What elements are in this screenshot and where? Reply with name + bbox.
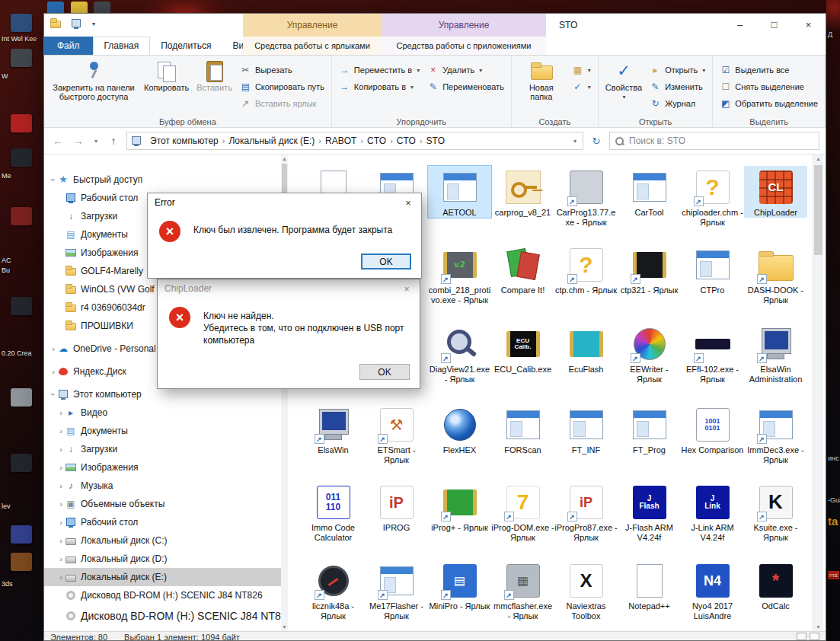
file-item[interactable]: KKsuite.exe - Ярлык bbox=[744, 481, 807, 543]
breadcrumb-segment[interactable]: Локальный диск (E:) bbox=[225, 136, 318, 146]
sidebar-item[interactable]: ›▸Видео bbox=[44, 403, 281, 422]
close-button[interactable]: × bbox=[791, 14, 826, 36]
file-item[interactable]: ▦mmcflasher.exe - Ярлык bbox=[491, 560, 554, 621]
file-item[interactable]: ?ctp.chm - Ярлык bbox=[554, 244, 618, 295]
file-item[interactable]: ⚒ETSmart - Ярлык bbox=[365, 403, 428, 465]
tab-shortcut-tools[interactable]: Средства работы с ярлыками bbox=[243, 37, 382, 55]
file-item[interactable]: *OdCalc bbox=[744, 560, 807, 611]
file-item[interactable]: FT_Prog bbox=[618, 403, 681, 455]
new-item-button[interactable]: ▦▾ bbox=[568, 62, 595, 78]
file-item[interactable] bbox=[302, 630, 365, 631]
refresh-button[interactable]: ↻ bbox=[589, 136, 604, 147]
file-item[interactable]: EEWriter - Ярлык bbox=[618, 323, 681, 384]
titlebar[interactable]: ▾ Управление Управление STO – □ × bbox=[44, 14, 826, 37]
breadcrumb-segment[interactable]: CTO bbox=[393, 136, 420, 146]
file-item[interactable]: DASH-DOOK - Ярлык bbox=[744, 244, 807, 305]
chevron-right-icon[interactable]: › bbox=[56, 536, 65, 545]
sidebar-item[interactable]: Дисковод BD-ROM (H:) SCENIC J84 NT826 bbox=[44, 604, 281, 627]
file-item[interactable]: FT_INF bbox=[554, 403, 618, 455]
copy-to-button[interactable]: →Копировать в▾ bbox=[335, 78, 423, 95]
up-button[interactable]: ↑ bbox=[106, 135, 121, 147]
desktop-icon[interactable] bbox=[11, 207, 32, 225]
file-item[interactable]: DiagView21.exe - Ярлык bbox=[428, 323, 491, 384]
scroll-up-icon[interactable]: ▲ bbox=[281, 155, 288, 163]
chiploader-dialog-close-icon[interactable]: × bbox=[394, 279, 420, 298]
pin-to-quick-access-button[interactable]: Закрепить на панели быстрого доступа bbox=[47, 57, 140, 104]
file-item[interactable]: ECU Calib.ECU_Calib.exe bbox=[491, 323, 554, 375]
file-item[interactable]: CarProg13.77.exe - Ярлык bbox=[554, 166, 618, 228]
error-dialog-title[interactable]: Error bbox=[148, 193, 421, 212]
rename-button[interactable]: ✎Переименовать bbox=[423, 78, 508, 95]
file-item[interactable]: N4Nyo4 2017 LuisAndre bbox=[681, 560, 744, 621]
desktop-icon[interactable] bbox=[11, 49, 32, 67]
copy-path-button[interactable]: ▤Скопировать путь bbox=[236, 78, 328, 95]
file-item[interactable]: XNaviextras Toolbox bbox=[554, 560, 618, 621]
desktop-icon[interactable] bbox=[11, 454, 32, 472]
paste-button[interactable]: Вставить bbox=[193, 57, 236, 94]
breadcrumb-dropdown-icon[interactable]: ▾ bbox=[573, 138, 579, 145]
file-item[interactable]: CarTool bbox=[618, 166, 681, 218]
forward-button[interactable]: → bbox=[71, 135, 86, 147]
chevron-right-icon[interactable]: › bbox=[56, 445, 65, 454]
file-item[interactable]: J FlashJ-Flash ARM V4.24f bbox=[618, 481, 681, 543]
paste-shortcut-button[interactable]: ↗Вставить ярлык bbox=[236, 95, 328, 112]
new-folder-button[interactable]: Новая папка bbox=[515, 57, 568, 104]
properties-button[interactable]: ✓Свойства▾ bbox=[602, 57, 646, 104]
file-item[interactable]: ImmDec3.exe - Ярлык bbox=[744, 403, 807, 465]
chevron-down-icon[interactable]: › bbox=[49, 175, 58, 184]
file-item[interactable]: ctp321 - Ярлык bbox=[618, 244, 681, 295]
file-item[interactable]: iProg+ - Ярлык bbox=[428, 481, 491, 533]
file-item[interactable]: EcuFlash bbox=[554, 323, 618, 375]
desktop-icon[interactable] bbox=[11, 553, 32, 571]
invert-selection-button[interactable]: ◩Обратить выделение bbox=[716, 95, 822, 112]
desktop-icon[interactable] bbox=[94, 2, 110, 13]
file-item[interactable]: FlexHEX bbox=[428, 403, 491, 455]
tab-file[interactable]: Файл bbox=[44, 37, 93, 55]
sidebar-item[interactable]: ›♪Музыка bbox=[44, 477, 281, 495]
desktop-icon[interactable] bbox=[11, 525, 32, 544]
scroll-down-icon[interactable]: ▼ bbox=[281, 623, 288, 631]
sidebar-item[interactable]: ›▤Документы bbox=[44, 422, 281, 440]
sidebar-item[interactable]: ›★Быстрый доступ bbox=[44, 171, 281, 189]
file-item[interactable]: J LinkJ-Link ARM V4.24f bbox=[681, 481, 744, 543]
error-dialog-ok-button[interactable]: OK bbox=[361, 254, 411, 269]
chevron-right-icon[interactable]: › bbox=[49, 367, 58, 376]
file-item[interactable]: CTPro bbox=[681, 244, 744, 295]
scroll-down-icon[interactable]: ▼ bbox=[813, 623, 823, 631]
file-item[interactable]: carprog_v8_21 bbox=[491, 166, 554, 218]
chevron-right-icon[interactable]: › bbox=[56, 463, 65, 472]
error-dialog-close-icon[interactable]: × bbox=[395, 193, 421, 212]
breadcrumb-segment[interactable]: CTO bbox=[363, 136, 390, 146]
sidebar-item[interactable]: ›Локальный диск (C:) bbox=[44, 531, 281, 550]
sidebar-item[interactable]: ›Локальный диск (E:) bbox=[44, 568, 281, 586]
file-item[interactable]: 011 110Immo Code Calculator bbox=[302, 481, 365, 543]
chevron-right-icon[interactable]: › bbox=[56, 481, 65, 490]
cut-button[interactable]: ✂Вырезать bbox=[236, 62, 328, 78]
open-button[interactable]: ▸Открыть▾ bbox=[646, 62, 709, 78]
file-item[interactable]: EFfl-102.exe - Ярлык bbox=[681, 323, 744, 384]
file-item[interactable] bbox=[554, 630, 618, 631]
search-box[interactable] bbox=[609, 132, 819, 150]
file-item[interactable]: AETOOL bbox=[428, 166, 491, 218]
scroll-up-icon[interactable]: ▲ bbox=[813, 155, 823, 163]
select-none-button[interactable]: ☐Снять выделение bbox=[716, 78, 822, 95]
file-item[interactable]: CLChipLoader bbox=[744, 166, 807, 218]
qat-properties-icon[interactable] bbox=[71, 18, 81, 29]
file-item[interactable]: 7iProg-DOM.exe - Ярлык bbox=[491, 481, 554, 543]
files-scrollbar-thumb[interactable] bbox=[814, 165, 822, 255]
breadcrumb-segment[interactable]: RABOT bbox=[321, 136, 360, 146]
tab-home[interactable]: Главная bbox=[93, 37, 151, 55]
file-item[interactable] bbox=[618, 630, 681, 631]
sidebar-item[interactable]: ›▣Объемные объекты bbox=[44, 495, 281, 513]
file-item[interactable]: ?chiploader.chm - Ярлык bbox=[681, 166, 744, 228]
file-item[interactable] bbox=[681, 630, 744, 631]
icons-view-button[interactable] bbox=[810, 633, 819, 640]
breadcrumb[interactable]: Этот компьютер›Локальный диск (E:)›RABOT… bbox=[126, 132, 583, 150]
tab-share[interactable]: Поделиться bbox=[150, 37, 222, 55]
file-item[interactable] bbox=[428, 630, 491, 631]
recent-locations-dropdown-icon[interactable]: ▾ bbox=[91, 138, 101, 145]
file-item[interactable]: iPIPROG bbox=[365, 481, 428, 533]
breadcrumb-segment[interactable]: STO bbox=[423, 136, 449, 146]
file-item[interactable]: ▤MiniPro - Ярлык bbox=[428, 560, 491, 611]
desktop-icon[interactable] bbox=[71, 2, 88, 13]
